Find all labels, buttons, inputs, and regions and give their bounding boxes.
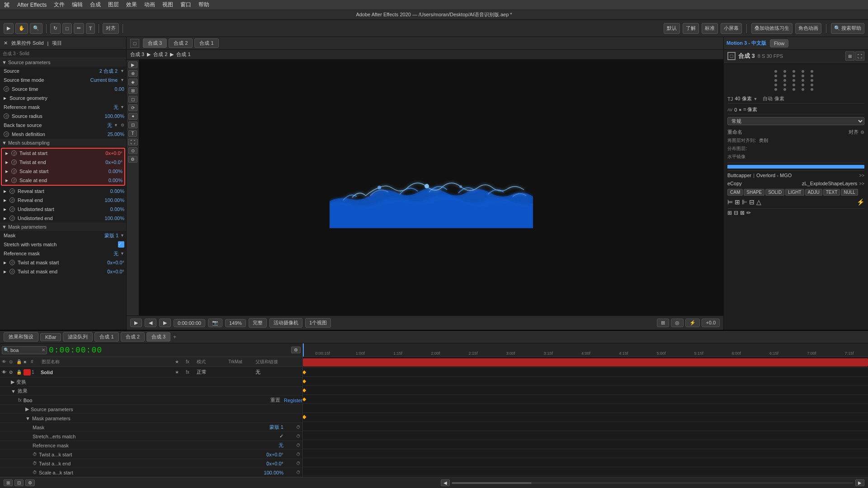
tool-shape[interactable]: SHAPE	[744, 189, 764, 196]
font-size-val[interactable]: 40 像素	[735, 95, 751, 102]
tool-text[interactable]: TEXT	[823, 189, 840, 196]
tool-zoom[interactable]: 🔍	[30, 23, 42, 34]
tool-viewer-10[interactable]: ⛶	[128, 139, 138, 145]
tl-scrollbar[interactable]	[452, 482, 854, 484]
color-btn[interactable]: ⚡	[857, 198, 864, 206]
scale-start-row[interactable]: ▶ ⏱ Scale at start 0.00%	[2, 167, 124, 176]
menu-comp[interactable]: 合成	[90, 1, 101, 9]
tool-viewer-5[interactable]: ◻	[128, 96, 137, 103]
menu-animation[interactable]: 动画	[144, 1, 155, 9]
font-style-select[interactable]: 常规	[727, 117, 864, 125]
timeline-tab-comp3[interactable]: 合成 3	[146, 332, 170, 342]
dot-19[interactable]	[802, 84, 804, 86]
twist-end-row[interactable]: ▶ ⏱ Twist at end 0x+0.0°	[2, 158, 124, 167]
layer-mode[interactable]: 正常	[197, 369, 228, 375]
tool-viewer-9[interactable]: T	[128, 130, 137, 137]
tl-footer-btn3[interactable]: ⚙	[25, 479, 35, 486]
dot-6[interactable]	[774, 75, 777, 77]
twist-mask-end-row[interactable]: ▶ ⏱ Twist at mask end 0x+0.0°	[0, 267, 126, 276]
dot-12[interactable]	[783, 79, 786, 82]
mask-row[interactable]: Mask 蒙版 1 ▼	[0, 231, 126, 240]
flow-tab[interactable]: Flow	[770, 39, 788, 47]
dot-8[interactable]	[793, 75, 795, 77]
twist-start-val[interactable]: 0x+0.0°	[105, 150, 123, 156]
tool-viewer-3[interactable]: ◈	[128, 79, 137, 85]
panel-close-btn[interactable]: ✕	[4, 40, 8, 46]
add-tab-btn[interactable]: +	[173, 334, 176, 340]
dot-16[interactable]	[774, 84, 777, 86]
stretch-checkbox[interactable]: ✓	[118, 241, 124, 248]
grid-btn[interactable]: ⊞	[657, 319, 669, 327]
tl-item-refmask[interactable]: Reference mask 无 ⏱	[0, 441, 302, 450]
timeline-tab-effects[interactable]: 效果和预设	[4, 332, 38, 342]
plugin-expand[interactable]: >>	[859, 173, 864, 178]
reveal-end-row[interactable]: ▶ ⏱ Reveal end 100.00%	[0, 196, 126, 205]
tool-viewer-12[interactable]: ⚙	[128, 156, 137, 163]
next-frame-btn[interactable]: ▶	[159, 319, 171, 327]
dot-15[interactable]	[811, 79, 813, 82]
back-face-row[interactable]: Back face source 无 ▼ ⚙	[0, 121, 126, 130]
explode-expand[interactable]: >>	[859, 181, 864, 186]
sw8[interactable]: ⏱	[9, 188, 15, 194]
explode-label[interactable]: zL_ExplodeShapeLayers	[802, 181, 857, 186]
tme-stopwatch[interactable]: ⏱	[296, 461, 301, 466]
dot-24[interactable]	[802, 88, 804, 91]
sw9[interactable]: ⏱	[9, 197, 15, 203]
source-row[interactable]: Source 2 合成 2 ▼	[0, 66, 126, 75]
timecode-display[interactable]: 0:00:00:00	[174, 319, 205, 327]
time-mode-dropdown-icon[interactable]: ▼	[120, 78, 124, 82]
viewer-tab-comp1[interactable]: 合成 1	[194, 38, 218, 48]
filter-icon[interactable]: ⚙	[860, 130, 864, 135]
tl-item-twist-me[interactable]: ⏱ Twist a...k end 0x+0.0° ⏱	[0, 459, 302, 468]
dot-7[interactable]	[783, 75, 786, 77]
tracking-val[interactable]: 0	[734, 107, 737, 113]
stretch-stopwatch[interactable]: ⏱	[296, 434, 301, 439]
ws-standard[interactable]: 标准	[702, 23, 718, 34]
apple-menu[interactable]: ⌘	[4, 1, 10, 9]
ref-mask-row[interactable]: Reference mask 无 ▼	[0, 103, 126, 112]
rename-label[interactable]: 重命名	[727, 129, 742, 136]
tool-viewer-8[interactable]: ⊡	[128, 122, 137, 128]
align-justify-icon[interactable]: ⊟	[749, 198, 755, 206]
viewer-canvas[interactable]	[139, 60, 723, 315]
plugin-label1[interactable]: Buttcapper	[727, 173, 751, 178]
source-radius-row[interactable]: ⏱ Source radius 100.00%	[0, 112, 126, 121]
mesh-def-row[interactable]: ⏱ Mesh definition 25.00%	[0, 130, 126, 139]
tool-null[interactable]: NULL	[841, 189, 858, 196]
menu-window[interactable]: 窗口	[180, 1, 191, 9]
effect-label[interactable]: 叠加动效练习生	[751, 23, 793, 34]
tool-cam[interactable]: CAM	[727, 189, 743, 196]
align-right-icon[interactable]: ⊩	[742, 198, 747, 206]
dot-18[interactable]	[793, 84, 795, 86]
copy-icon[interactable]: ⊞	[727, 210, 732, 216]
back-face-btn[interactable]: ⚙	[121, 123, 124, 127]
dot-13[interactable]	[793, 79, 795, 82]
dot-10[interactable]	[811, 75, 813, 77]
view-mode-btn[interactable]: 1个视图	[305, 318, 331, 328]
sw4[interactable]: ⏱	[11, 150, 17, 156]
ws-learn[interactable]: 了解	[683, 23, 699, 34]
tool-viewer-1[interactable]: ▶	[128, 61, 137, 68]
menu-app[interactable]: After Effects	[17, 2, 47, 8]
dot-11[interactable]	[774, 79, 777, 82]
align-left-icon[interactable]: ⊨	[727, 198, 733, 206]
stretch-row[interactable]: Stretch with verts match ✓	[0, 240, 126, 249]
undistort-start-row[interactable]: ▶ ⏱ Undistorted start 0.00%	[0, 205, 126, 214]
tl-settings-btn[interactable]: ⚙	[291, 347, 301, 353]
dot-2[interactable]	[783, 70, 786, 73]
layer-solo[interactable]: ⊙	[9, 370, 16, 375]
sw10[interactable]: ⏱	[9, 206, 15, 212]
twist-mask-start-row[interactable]: ▶ ⏱ Twist at mask start 0x+0.0°	[0, 258, 126, 267]
timeline-tab-render[interactable]: 滤染队列	[63, 332, 93, 342]
source-time-row[interactable]: ⏱ Source time 0.00	[0, 84, 126, 94]
tool-viewer-4[interactable]: ⊞	[128, 87, 137, 94]
reveal-start-row[interactable]: ▶ ⏱ Reveal start 0.00%	[0, 187, 126, 196]
play-btn[interactable]: ▶	[130, 319, 142, 327]
tool-hand[interactable]: ✋	[15, 23, 28, 34]
tl-scroll-left[interactable]: ◀	[441, 479, 450, 486]
sw13[interactable]: ⏱	[9, 269, 15, 274]
sw-tme[interactable]: ⏱	[33, 461, 37, 466]
menu-layer[interactable]: 图层	[108, 1, 119, 9]
layer-lock[interactable]: 🔒	[16, 370, 24, 375]
ref-mask2-row[interactable]: Reference mask 无 ▼	[0, 249, 126, 258]
